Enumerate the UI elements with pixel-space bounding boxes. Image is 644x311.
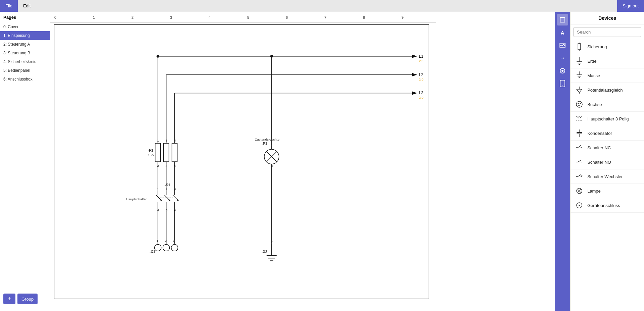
svg-point-60 xyxy=(171,244,178,251)
ruler-mark: 8 xyxy=(362,12,365,22)
svg-line-118 xyxy=(578,160,581,162)
svg-text:5: 5 xyxy=(166,208,168,212)
masse-icon xyxy=(575,71,584,80)
sidebar-page-item[interactable]: 4: Sicherheitskreis xyxy=(0,57,50,66)
svg-line-121 xyxy=(578,175,581,176)
search-input[interactable] xyxy=(573,27,641,37)
svg-text:3: 3 xyxy=(174,187,176,191)
schematic-svg: L1 2:0 L2 2:0 L3 2:0 xyxy=(50,23,436,301)
svg-point-101 xyxy=(580,103,581,104)
svg-text:3: 3 xyxy=(173,239,175,243)
sidebar-page-item[interactable]: 0: Cover xyxy=(0,22,50,31)
svg-text:3: 3 xyxy=(166,139,168,142)
device-item[interactable]: Buchse xyxy=(571,97,644,112)
svg-text:2:0: 2:0 xyxy=(419,77,424,81)
device-item[interactable]: Schalter NO xyxy=(571,155,644,169)
svg-text:2:0: 2:0 xyxy=(419,59,424,63)
canvas-inner: 0123456789 L1 2:0 L2 2:0 L3 2:0 xyxy=(50,12,436,301)
sign-out-button[interactable]: Sign out xyxy=(617,0,644,12)
svg-point-100 xyxy=(578,103,579,104)
buchse-icon xyxy=(575,100,584,109)
sidebar-btn-row: + Group xyxy=(0,290,50,308)
svg-marker-2 xyxy=(412,55,417,58)
svg-text:-X2: -X2 xyxy=(262,250,267,254)
pages-list: 0: Cover1: Einspeisung2: Steuerung A3: S… xyxy=(0,22,50,84)
lampe-icon xyxy=(575,186,584,196)
svg-text:2: 2 xyxy=(166,187,168,191)
svg-text:L2: L2 xyxy=(419,72,424,77)
device-label: Schalter NC xyxy=(587,145,611,150)
sidebar-page-item[interactable]: 3: Steuerung B xyxy=(0,49,50,57)
schalter_nc-icon xyxy=(575,143,584,152)
svg-point-82 xyxy=(561,70,564,72)
device-label: Geräteanschluss xyxy=(587,203,620,208)
sidebar-page-item[interactable]: 6: Anschlussbox xyxy=(0,75,50,84)
kondensator-icon xyxy=(575,128,584,138)
svg-text:1: 1 xyxy=(157,239,159,243)
ruler-mark: 5 xyxy=(247,12,249,22)
svg-marker-40 xyxy=(168,199,171,201)
schalter_wechsler-icon xyxy=(575,172,584,181)
svg-point-16 xyxy=(157,55,159,58)
sidebar-page-item[interactable]: 5: Bedienpanel xyxy=(0,66,50,75)
svg-text:1: 1 xyxy=(271,239,273,243)
devices-panel: Devices SicherungErdeMassePotentialausgl… xyxy=(570,12,644,311)
device-label: Schalter NO xyxy=(587,160,611,165)
device-item[interactable]: Lampe xyxy=(571,184,644,198)
svg-marker-6 xyxy=(412,73,417,76)
pages-title: Pages xyxy=(0,12,50,22)
device-label: Potentialausgleich xyxy=(587,88,623,93)
arrow-tool-button[interactable]: → xyxy=(557,52,568,64)
ruler-mark: 4 xyxy=(208,12,211,22)
text-tool-button[interactable]: A xyxy=(557,27,568,38)
device-label: Kondensator xyxy=(587,131,612,136)
svg-text:Hauptschalter: Hauptschalter xyxy=(126,197,147,201)
group-button[interactable]: Group xyxy=(17,294,38,304)
device-label: Sicherung xyxy=(587,44,607,49)
device-item[interactable]: Erde xyxy=(571,54,644,68)
svg-point-128 xyxy=(579,205,580,206)
device-item[interactable]: Potentialausgleich xyxy=(571,83,644,97)
devices-title: Devices xyxy=(571,12,644,24)
image-tool-button[interactable] xyxy=(557,40,568,51)
svg-text:5: 5 xyxy=(174,139,176,142)
svg-marker-10 xyxy=(412,92,417,95)
svg-rect-18 xyxy=(164,143,169,162)
device-item[interactable]: Hauptschalter 3 Polig xyxy=(571,112,644,126)
add-page-button[interactable]: + xyxy=(3,294,15,304)
device-item[interactable]: Geräteanschluss xyxy=(571,198,644,213)
svg-text:-P1: -P1 xyxy=(262,142,267,146)
select-tool-button[interactable] xyxy=(557,14,568,25)
canvas-area[interactable]: 0123456789 L1 2:0 L2 2:0 L3 2:0 xyxy=(50,12,555,311)
svg-rect-78 xyxy=(560,17,565,22)
device-label: Lampe xyxy=(587,189,601,194)
edit-menu[interactable]: Edit xyxy=(18,0,36,12)
device-item[interactable]: Masse xyxy=(571,68,644,83)
device-label: Schalter Wechsler xyxy=(587,174,623,179)
svg-line-106 xyxy=(580,117,581,118)
device-item[interactable]: Sicherung xyxy=(571,40,644,54)
potentialausgleich-icon xyxy=(575,85,584,95)
svg-text:Zustandsleuchte: Zustandsleuchte xyxy=(255,138,280,141)
circle-tool-button[interactable] xyxy=(557,65,568,76)
file-menu[interactable]: File xyxy=(0,0,18,12)
geraeteanschluss-icon xyxy=(575,201,584,210)
sidebar: Pages 0: Cover1: Einspeisung2: Steuerung… xyxy=(0,12,50,311)
svg-point-63 xyxy=(270,55,273,58)
topbar: File Edit Sign out xyxy=(0,0,644,12)
ruler-mark: 0 xyxy=(54,12,56,22)
device-item[interactable]: Schalter Wechsler xyxy=(571,169,644,184)
svg-point-59 xyxy=(163,244,170,251)
svg-point-99 xyxy=(576,101,582,107)
device-item[interactable]: Kondensator xyxy=(571,126,644,141)
device-item[interactable]: Schalter NC xyxy=(571,141,644,155)
svg-text:L1: L1 xyxy=(419,54,424,59)
mobile-tool-button[interactable] xyxy=(557,78,568,89)
schalter_no-icon xyxy=(575,157,584,167)
main-layout: Pages 0: Cover1: Einspeisung2: Steuerung… xyxy=(0,12,644,311)
sidebar-page-item[interactable]: 1: Einspeisung xyxy=(0,31,50,40)
ruler-mark: 6 xyxy=(285,12,288,22)
sidebar-page-item[interactable]: 2: Steuerung A xyxy=(0,40,50,49)
device-label: Erde xyxy=(587,59,596,64)
svg-point-80 xyxy=(563,44,565,45)
